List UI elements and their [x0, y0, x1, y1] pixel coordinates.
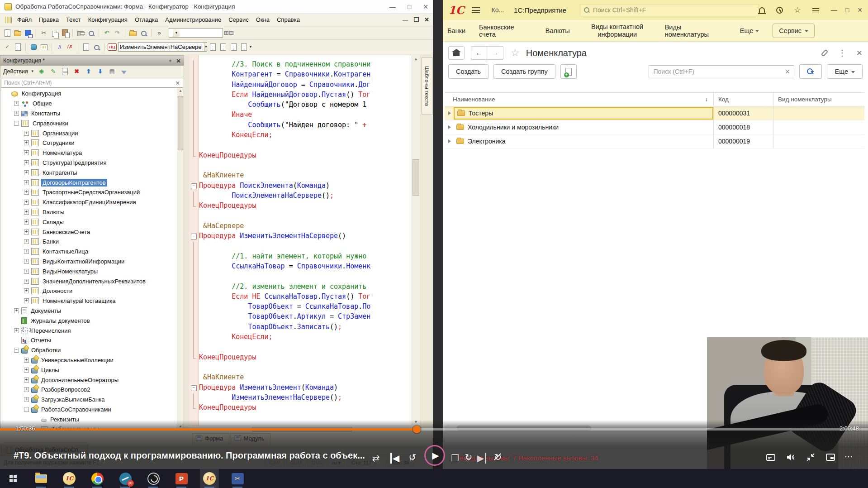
- hamburger-menu-icon[interactable]: [472, 7, 480, 13]
- expand-icon[interactable]: +: [24, 239, 29, 244]
- frame-icon[interactable]: ❐: [450, 453, 460, 464]
- history-icon[interactable]: [776, 7, 783, 14]
- help-icon[interactable]: [218, 43, 228, 52]
- tree-item-Организации[interactable]: +Организации: [0, 128, 184, 138]
- tree-item-Банки[interactable]: +Банки: [0, 237, 184, 247]
- more-button[interactable]: Еще: [827, 64, 863, 79]
- favorites-icon[interactable]: ☆: [794, 5, 801, 15]
- close-icon[interactable]: ✕: [423, 3, 428, 10]
- move-up-icon[interactable]: ⬆: [84, 67, 93, 76]
- tree-item-Справочники[interactable]: −Справочники: [0, 118, 184, 128]
- procedure-combo-drop-icon[interactable]: ▼: [204, 43, 208, 51]
- tree-item-Валюты[interactable]: +Валюты: [0, 207, 184, 217]
- tree-item-Документы[interactable]: +Документы: [0, 306, 184, 316]
- global-search-input[interactable]: Поиск Ctrl+Shift+F: [580, 4, 759, 16]
- expand-icon[interactable]: +: [24, 279, 29, 284]
- paste-icon[interactable]: [60, 29, 69, 38]
- kebab-menu-icon[interactable]: ⋮: [838, 48, 846, 58]
- tree-item-Обработки[interactable]: −Обработки: [0, 345, 184, 355]
- menu-Правка[interactable]: Правка: [35, 15, 62, 24]
- tree-item-ТраспортныеСредстваОрганизаций[interactable]: +ТраспортныеСредстваОрганизаций: [0, 187, 184, 197]
- col-code[interactable]: Код: [713, 93, 773, 106]
- expand-icon[interactable]: +: [24, 397, 29, 402]
- editor-vscrollbar[interactable]: [412, 55, 420, 426]
- more-chevron-icon[interactable]: »: [155, 29, 164, 38]
- menu-Отладка[interactable]: Отладка: [131, 15, 161, 24]
- pip-icon[interactable]: [825, 452, 836, 463]
- section-link-Банки[interactable]: Банки: [447, 27, 465, 34]
- taskbar-file-explorer-icon[interactable]: [34, 472, 48, 485]
- expand-icon[interactable]: +: [24, 190, 29, 195]
- player-progressbar[interactable]: 1:50:36 2:00:48: [0, 425, 868, 434]
- mdi-close-icon[interactable]: ✕: [424, 16, 429, 23]
- actions-menu[interactable]: Действия: [3, 68, 28, 75]
- taskbar-powerpoint-icon[interactable]: P: [175, 472, 188, 485]
- favorite-star-icon[interactable]: ☆: [511, 47, 520, 59]
- search-options-button[interactable]: [799, 64, 822, 79]
- tree-item-НоменклатураПоставщика[interactable]: +НоменклатураПоставщика: [0, 296, 184, 306]
- collapse-icon[interactable]: −: [14, 121, 19, 126]
- new-file-icon[interactable]: [3, 29, 12, 38]
- print-icon[interactable]: [76, 29, 85, 38]
- create-button[interactable]: Создать: [448, 64, 489, 79]
- tree-item-ЗагрузкаВыпискиБанка[interactable]: +ЗагрузкаВыпискиБанка: [0, 395, 184, 405]
- proc-list-icon[interactable]: [92, 43, 101, 52]
- tree-item-БанковскиеСчета[interactable]: +БанковскиеСчета: [0, 227, 184, 237]
- mdi-restore-icon[interactable]: ❐: [413, 16, 419, 23]
- forward-30-icon[interactable]: ↻30: [462, 452, 475, 463]
- tree-item-КонтактныеЛица[interactable]: +КонтактныеЛица: [0, 247, 184, 257]
- taskbar-chrome-icon[interactable]: [90, 472, 104, 485]
- menu-Окна[interactable]: Окна: [252, 15, 273, 24]
- expand-icon[interactable]: +: [24, 200, 29, 205]
- table-row-Электроника[interactable]: Электроника000000019: [445, 134, 864, 148]
- expand-icon[interactable]: +: [24, 160, 29, 165]
- syntax-combo[interactable]: ▼: [169, 28, 223, 38]
- mdi-minimize-icon[interactable]: —: [402, 16, 408, 23]
- tree-search-input[interactable]: Поиск (Ctrl+Alt+M) ✕: [1, 78, 183, 88]
- panel-close-icon[interactable]: ✕: [176, 57, 181, 64]
- pin-icon[interactable]: ⌖: [169, 58, 171, 64]
- expand-icon[interactable]: +: [24, 259, 29, 264]
- clear-search-icon[interactable]: ✕: [175, 80, 180, 86]
- copy-item-icon[interactable]: [61, 67, 70, 76]
- shuffle-icon[interactable]: ⇄: [370, 453, 382, 464]
- expand-icon[interactable]: +: [24, 249, 29, 254]
- tree-item-Склады[interactable]: +Склады: [0, 217, 184, 227]
- tree-item-ВидыНоменклатуры[interactable]: +ВидыНоменклатуры: [0, 266, 184, 276]
- menu-Конфигурация[interactable]: Конфигурация: [85, 15, 131, 24]
- expand-icon[interactable]: +: [24, 269, 29, 274]
- expand-icon[interactable]: +: [14, 328, 19, 333]
- menu-lines-icon[interactable]: [812, 8, 819, 13]
- edit-icon[interactable]: ✎: [49, 67, 58, 76]
- expand-icon[interactable]: +: [24, 170, 29, 175]
- combo-drop-icon[interactable]: ▼: [173, 29, 180, 37]
- create-group-button[interactable]: Создать группу: [493, 64, 555, 79]
- ent-maximize-icon[interactable]: □: [845, 6, 849, 14]
- expand-icon[interactable]: +: [24, 131, 29, 136]
- menu-Файл[interactable]: Файл: [14, 15, 35, 24]
- window-icons[interactable]: ⊞⊟: [224, 29, 233, 38]
- captions-icon[interactable]: [765, 452, 776, 463]
- expand-icon[interactable]: +: [24, 180, 29, 185]
- save-icon[interactable]: [24, 29, 33, 38]
- loop-off-icon[interactable]: ↻: [492, 452, 504, 463]
- expand-arrow-icon[interactable]: [448, 125, 451, 129]
- minimize-icon[interactable]: —: [389, 3, 396, 10]
- sections-more-link[interactable]: Еще: [740, 27, 759, 34]
- db-icon[interactable]: [29, 43, 38, 52]
- sort-list-icon[interactable]: ▤: [108, 67, 117, 76]
- tree-item-Циклы[interactable]: +Циклы: [0, 365, 184, 375]
- new-document-button[interactable]: [560, 64, 577, 79]
- ent-minimize-icon[interactable]: —: [831, 6, 837, 14]
- expand-icon[interactable]: +: [24, 230, 29, 234]
- format-icon[interactable]: [81, 43, 90, 52]
- play-icon[interactable]: ▶: [424, 445, 445, 466]
- back-button[interactable]: ←: [471, 46, 487, 60]
- tree-item-РаботаСоСправочниками[interactable]: −РаботаСоСправочниками: [0, 405, 184, 415]
- expand-icon[interactable]: +: [24, 210, 29, 215]
- text-templates-tab[interactable]: Шаблоны текста: [422, 57, 432, 115]
- table-icon[interactable]: [39, 43, 48, 52]
- expand-icon[interactable]: +: [24, 298, 29, 303]
- sheet-icon[interactable]: [229, 43, 238, 52]
- collapse-icon[interactable]: −: [14, 348, 19, 353]
